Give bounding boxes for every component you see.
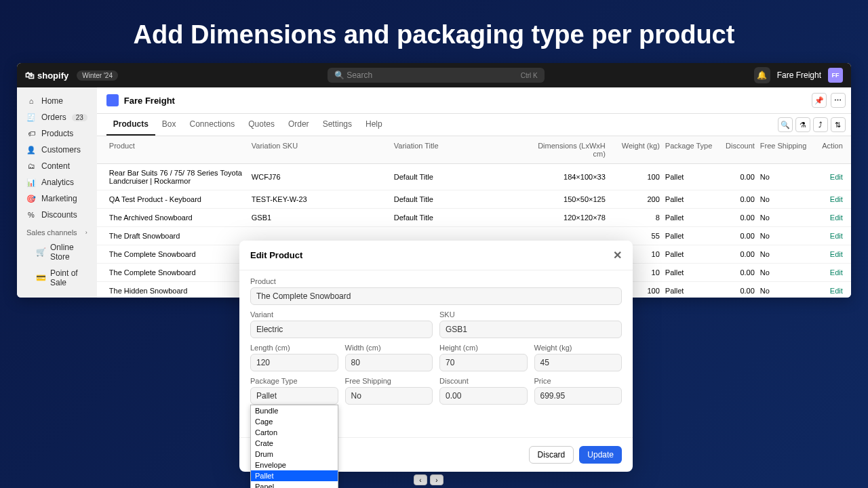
table-row: Rear Bar Suits 76 / 75/ 78 Series Toyota… [97, 164, 851, 190]
upload-icon[interactable]: ⤴ [813, 117, 828, 132]
edit-button[interactable]: Edit [830, 268, 843, 277]
pin-icon[interactable]: 📌 [812, 93, 827, 108]
cell-dimensions: 150×50×125 [534, 194, 608, 205]
cell-package-type: Pallet [663, 230, 717, 241]
filter-icon[interactable]: ⚗ [795, 117, 810, 132]
cell-sku: GSB1 [249, 212, 391, 223]
more-icon[interactable]: ⋯ [831, 93, 846, 108]
search-input[interactable]: 🔍 Search Ctrl K [328, 68, 545, 83]
sidebar-item-customers[interactable]: 👤Customers [17, 142, 97, 158]
sidebar-item-discounts[interactable]: %Discounts [17, 207, 97, 223]
th-free-shipping[interactable]: Free Shipping [757, 140, 812, 159]
cell-dimensions: 120×120×78 [534, 212, 608, 223]
avatar[interactable]: FF [828, 68, 843, 83]
badge: 23 [72, 114, 87, 121]
sidebar-item-products[interactable]: 🏷Products [17, 125, 97, 142]
th-discount[interactable]: Discount [717, 140, 757, 159]
tab-connections[interactable]: Connections [183, 114, 242, 136]
discard-button[interactable]: Discard [529, 446, 574, 464]
sales-channels-header[interactable]: Sales channels› [17, 223, 97, 239]
sku-field[interactable]: GSB1 [439, 321, 622, 338]
length-field[interactable]: 120 [250, 354, 338, 371]
variant-field[interactable]: Electric [250, 321, 433, 338]
price-label: Price [534, 377, 623, 385]
tab-products[interactable]: Products [106, 114, 155, 136]
cell-package-type: Pallet [663, 285, 717, 296]
th-sku[interactable]: Variation SKU [249, 140, 391, 159]
channel-online-store[interactable]: 🛒Online Store [17, 239, 97, 265]
cell-vtitle: Default Title [391, 194, 534, 205]
dropdown-option-bundle[interactable]: Bundle [251, 405, 338, 416]
th-product[interactable]: Product [106, 140, 249, 159]
update-button[interactable]: Update [579, 446, 622, 464]
page-header: Fare Freight 📌 ⋯ [97, 87, 851, 114]
discount-field[interactable]: 0.00 [439, 387, 528, 405]
sidebar-item-marketing[interactable]: 🎯Marketing [17, 190, 97, 207]
content-icon: 🗂 [26, 162, 36, 170]
topbar: shopify Winter '24 🔍 Search Ctrl K 🔔 Far… [17, 63, 851, 87]
free-shipping-field[interactable]: No [345, 387, 433, 405]
tab-settings[interactable]: Settings [316, 114, 359, 136]
cell-vtitle: Default Title [391, 171, 534, 182]
dropdown-option-cage[interactable]: Cage [251, 416, 338, 427]
cell-product: The Draft Snowboard [106, 230, 249, 241]
cell-discount: 0.00 [717, 171, 757, 182]
edit-button[interactable]: Edit [830, 287, 843, 295]
cell-free-shipping: No [757, 212, 812, 223]
dropdown-option-pallet[interactable]: Pallet [251, 470, 338, 481]
close-icon[interactable]: ✕ [613, 249, 622, 262]
channel-point-of-sale[interactable]: 💳Point of Sale [17, 265, 97, 291]
package-type-select[interactable]: Pallet [250, 387, 338, 405]
sidebar-item-analytics[interactable]: 📊Analytics [17, 174, 97, 190]
edit-button[interactable]: Edit [830, 232, 843, 240]
th-vtitle[interactable]: Variation Title [391, 140, 534, 159]
th-dimensions[interactable]: Dimensions (LxWxH cm) [534, 140, 608, 159]
length-label: Length (cm) [250, 344, 338, 352]
search-shortcut: Ctrl K [521, 72, 538, 79]
dropdown-option-carton[interactable]: Carton [251, 427, 338, 438]
tab-box[interactable]: Box [155, 114, 183, 136]
orders-icon: 🧾 [26, 113, 36, 122]
search-icon[interactable]: 🔍 [778, 117, 793, 132]
sidebar-item-label: Analytics [41, 178, 74, 187]
sidebar-item-label: Customers [41, 145, 81, 155]
tab-order[interactable]: Order [281, 114, 316, 136]
dropdown-option-panel[interactable]: Panel [251, 481, 338, 488]
product-field[interactable]: The Complete Snowboard [250, 287, 622, 305]
search-placeholder: Search [347, 70, 372, 80]
sort-icon[interactable]: ⇅ [831, 117, 846, 132]
package-type-dropdown[interactable]: BundleCageCartonCrateDrumEnvelopePalletP… [250, 405, 338, 488]
cell-free-shipping: No [757, 249, 812, 260]
sidebar-item-label: Products [41, 129, 73, 138]
cell-product: The Complete Snowboard [106, 267, 249, 278]
cell-vtitle: Default Title [391, 212, 534, 223]
sidebar-item-content[interactable]: 🗂Content [17, 158, 97, 174]
height-field[interactable]: 70 [439, 354, 528, 371]
edit-button[interactable]: Edit [830, 214, 843, 222]
dropdown-option-drum[interactable]: Drum [251, 449, 338, 460]
width-field[interactable]: 80 [345, 354, 433, 371]
edit-button[interactable]: Edit [830, 195, 843, 203]
sidebar-item-orders[interactable]: 🧾Orders23 [17, 109, 97, 125]
cell-weight: 200 [608, 194, 663, 205]
price-field[interactable]: 699.95 [534, 387, 623, 405]
next-page[interactable]: › [430, 474, 443, 485]
notifications-icon[interactable]: 🔔 [754, 67, 770, 83]
sidebar-item-home[interactable]: ⌂Home [17, 93, 97, 109]
home-icon: ⌂ [26, 97, 36, 105]
prev-page[interactable]: ‹ [414, 474, 427, 485]
tab-help[interactable]: Help [359, 114, 389, 136]
dropdown-option-envelope[interactable]: Envelope [251, 460, 338, 470]
cell-discount: 0.00 [717, 194, 757, 205]
apps-header[interactable]: Apps› [17, 291, 97, 298]
th-package-type[interactable]: Package Type [663, 140, 717, 159]
weight-field[interactable]: 45 [534, 354, 623, 371]
edit-button[interactable]: Edit [830, 250, 843, 258]
edit-button[interactable]: Edit [830, 173, 843, 181]
merchant-name[interactable]: Fare Freight [777, 70, 821, 80]
dropdown-option-crate[interactable]: Crate [251, 438, 338, 449]
width-label: Width (cm) [345, 344, 433, 352]
tab-quotes[interactable]: Quotes [241, 114, 281, 136]
cell-discount: 0.00 [717, 249, 757, 260]
th-weight[interactable]: Weight (kg) [608, 140, 663, 159]
